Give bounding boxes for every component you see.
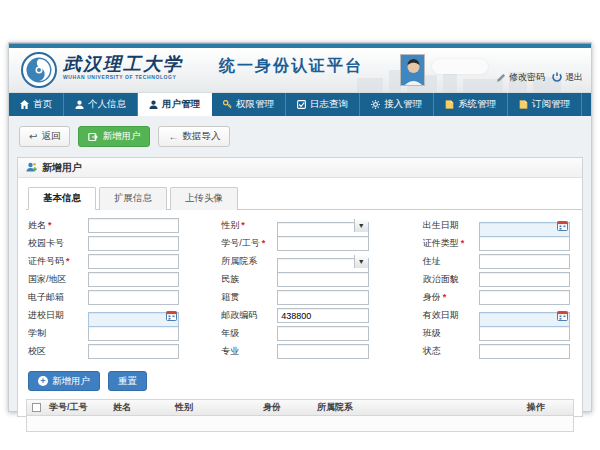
class-field[interactable] bbox=[479, 326, 570, 341]
basic-info-form: 姓名* 性别* ▼ 出生日期 校园卡号 学号/工号* 证件类型* 证件号码* bbox=[18, 210, 582, 365]
toolbar: ↩ 返回 新增用户 ← 数据导入 bbox=[19, 126, 583, 147]
key-icon bbox=[223, 100, 232, 109]
campus-card-field[interactable] bbox=[88, 236, 179, 251]
reset-button[interactable]: 重置 bbox=[108, 371, 147, 391]
status-field[interactable] bbox=[479, 344, 570, 359]
username-placeholder bbox=[432, 59, 488, 74]
col-identity: 身份 bbox=[261, 401, 315, 414]
col-department: 所属院系 bbox=[315, 401, 525, 414]
user-icon bbox=[75, 100, 84, 109]
status-label: 状态 bbox=[423, 345, 475, 358]
nav-item-system-management[interactable]: 系统管理 bbox=[434, 93, 508, 116]
form-actions: + 新增用户 重置 bbox=[18, 365, 582, 399]
nav-item-subscription-management[interactable]: 订阅管理 bbox=[508, 93, 582, 116]
university-logo: 武汉理工大学 WUHAN UNIVERSITY OF TECHNOLOGY bbox=[21, 52, 183, 88]
document-icon bbox=[519, 100, 528, 109]
tab-extended-info[interactable]: 扩展信息 bbox=[99, 187, 167, 210]
user-table: 学号/工号 姓名 性别 身份 所属院系 操作 bbox=[26, 399, 574, 432]
plus-circle-icon: + bbox=[38, 376, 48, 386]
select-all-checkbox[interactable] bbox=[32, 403, 41, 412]
add-user-icon bbox=[26, 162, 37, 173]
name-field[interactable] bbox=[88, 218, 179, 233]
avatar-photo-icon bbox=[401, 55, 425, 86]
add-user-icon bbox=[88, 132, 98, 142]
platform-title: 统一身份认证平台 bbox=[219, 56, 363, 77]
major-label: 专业 bbox=[221, 345, 273, 358]
postal-code-field[interactable] bbox=[277, 308, 368, 323]
political-status-field[interactable] bbox=[479, 272, 570, 287]
power-icon bbox=[552, 72, 562, 82]
university-name-en: WUHAN UNIVERSITY OF TECHNOLOGY bbox=[63, 74, 183, 80]
entry-date-label: 进校日期 bbox=[28, 309, 84, 322]
school-system-field[interactable] bbox=[88, 326, 179, 341]
name-label: 姓名* bbox=[28, 219, 84, 232]
document-icon bbox=[445, 100, 454, 109]
col-actions: 操作 bbox=[525, 401, 573, 414]
chevron-down-icon[interactable]: ▼ bbox=[354, 219, 368, 232]
back-button[interactable]: ↩ 返回 bbox=[19, 126, 70, 147]
valid-date-label: 有效日期 bbox=[423, 309, 475, 322]
nav-item-home[interactable]: 首页 bbox=[9, 93, 64, 116]
country-field[interactable] bbox=[88, 272, 179, 287]
logout-link[interactable]: 退出 bbox=[552, 71, 583, 84]
id-number-field[interactable] bbox=[88, 254, 179, 269]
main-nav: 首页 个人信息 用户管理 权限管理 日志查询 接入管理 系统管理 订阅管理 bbox=[9, 93, 591, 116]
identity-field[interactable] bbox=[479, 290, 570, 305]
calendar-icon[interactable] bbox=[555, 219, 569, 232]
identity-label: 身份* bbox=[423, 291, 475, 304]
major-field[interactable] bbox=[277, 344, 368, 359]
department-select[interactable]: ▼ bbox=[277, 254, 368, 269]
back-arrow-icon: ↩ bbox=[29, 132, 37, 142]
class-label: 班级 bbox=[423, 327, 475, 340]
student-no-label: 学号/工号* bbox=[221, 237, 273, 250]
id-type-field[interactable] bbox=[479, 236, 570, 251]
country-label: 国家/地区 bbox=[28, 273, 84, 286]
new-user-button[interactable]: 新增用户 bbox=[78, 126, 150, 147]
tab-upload-avatar[interactable]: 上传头像 bbox=[170, 187, 238, 210]
user-table-header: 学号/工号 姓名 性别 身份 所属院系 操作 bbox=[27, 400, 573, 416]
tab-basic-info[interactable]: 基本信息 bbox=[28, 187, 96, 210]
gear-icon bbox=[371, 100, 380, 109]
campus-label: 校区 bbox=[28, 345, 84, 358]
address-label: 住址 bbox=[423, 255, 475, 268]
new-user-panel: 新增用户 基本信息 扩展信息 上传头像 姓名* 性别* ▼ 出生日期 校园卡号 bbox=[17, 157, 583, 417]
calendar-icon[interactable] bbox=[555, 309, 569, 322]
pencil-icon bbox=[497, 73, 506, 82]
logout-label: 退出 bbox=[565, 71, 583, 84]
native-place-field[interactable] bbox=[277, 290, 368, 305]
nav-item-user-management[interactable]: 用户管理 bbox=[138, 93, 212, 116]
gender-select[interactable]: ▼ bbox=[277, 218, 368, 233]
nav-item-access-management[interactable]: 接入管理 bbox=[360, 93, 434, 116]
data-import-button[interactable]: ← 数据导入 bbox=[158, 126, 230, 147]
user-area: 修改密码 退出 bbox=[400, 54, 583, 86]
campus-card-label: 校园卡号 bbox=[28, 237, 84, 250]
grade-field[interactable] bbox=[277, 326, 368, 341]
change-password-label: 修改密码 bbox=[509, 71, 545, 84]
calendar-icon[interactable] bbox=[164, 309, 178, 322]
valid-date-picker[interactable] bbox=[479, 308, 570, 323]
avatar[interactable] bbox=[400, 54, 425, 86]
chevron-down-icon[interactable]: ▼ bbox=[354, 255, 368, 268]
header: 武汉理工大学 WUHAN UNIVERSITY OF TECHNOLOGY 统一… bbox=[9, 48, 591, 93]
email-field[interactable] bbox=[88, 290, 179, 305]
nav-item-log-query[interactable]: 日志查询 bbox=[286, 93, 360, 116]
home-icon bbox=[20, 100, 29, 109]
user-icon bbox=[149, 100, 158, 109]
submit-add-user-button[interactable]: + 新增用户 bbox=[28, 371, 100, 391]
address-field[interactable] bbox=[479, 254, 570, 269]
section-title: 新增用户 bbox=[42, 161, 82, 175]
nav-item-personal-info[interactable]: 个人信息 bbox=[64, 93, 138, 116]
ethnicity-field[interactable] bbox=[277, 272, 368, 287]
user-table-empty-body bbox=[27, 416, 573, 431]
col-name: 姓名 bbox=[111, 401, 173, 414]
political-status-label: 政治面貌 bbox=[423, 273, 475, 286]
campus-field[interactable] bbox=[88, 344, 179, 359]
birth-date-picker[interactable] bbox=[479, 218, 570, 233]
student-no-field[interactable] bbox=[277, 236, 368, 251]
school-system-label: 学制 bbox=[28, 327, 84, 340]
content-area: ↩ 返回 新增用户 ← 数据导入 新增用户 基本 bbox=[9, 116, 591, 417]
change-password-link[interactable]: 修改密码 bbox=[497, 71, 545, 84]
entry-date-picker[interactable] bbox=[88, 308, 179, 323]
id-type-label: 证件类型* bbox=[423, 237, 475, 250]
nav-item-permission-management[interactable]: 权限管理 bbox=[212, 93, 286, 116]
